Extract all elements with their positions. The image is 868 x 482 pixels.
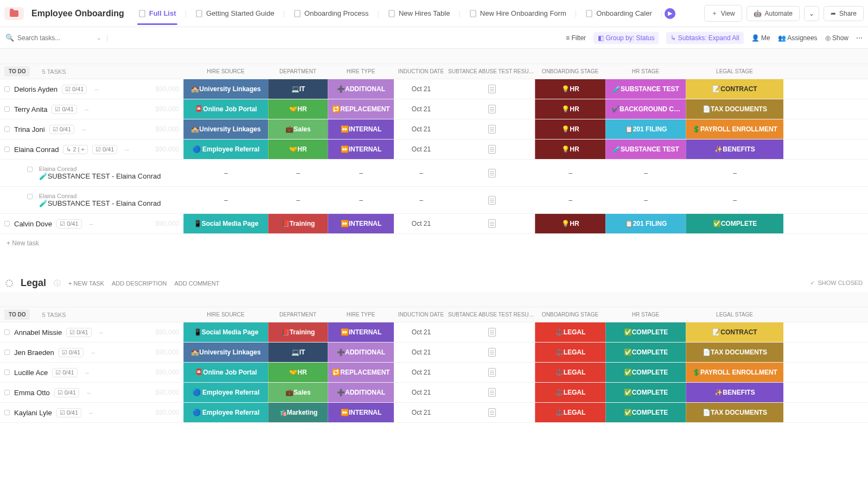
progress-chip[interactable]: ☑ 0/41 <box>92 145 117 154</box>
progress-chip[interactable]: ☑ 0/41 <box>49 125 74 134</box>
induction-date-cell[interactable]: Oct 21 <box>394 214 448 233</box>
onboarding-stage-cell[interactable]: 💡HR <box>535 214 605 233</box>
tab-onboarding-caler[interactable]: Onboarding Caler <box>579 2 659 25</box>
show-closed-link[interactable]: ✓ SHOW CLOSED <box>810 280 863 287</box>
induction-date-cell[interactable]: Oct 21 <box>394 79 448 99</box>
checkbox-icon[interactable] <box>27 167 33 172</box>
checkbox-icon[interactable] <box>4 126 10 132</box>
progress-chip[interactable]: ☑ 0/41 <box>62 85 87 94</box>
substance-test-cell[interactable] <box>448 383 535 402</box>
filter-button[interactable]: ≡ Filter <box>566 34 586 42</box>
hire-source-cell[interactable]: 🔵 Employee Referral <box>183 139 268 159</box>
checkbox-icon[interactable] <box>4 106 10 112</box>
folder-chip[interactable] <box>4 7 24 20</box>
onboarding-stage-cell[interactable]: ⚖️LEGAL <box>535 343 605 362</box>
legal-stage-cell[interactable]: 📄TAX DOCUMENTS <box>686 343 783 362</box>
assignee-placeholder[interactable]: – <box>82 369 92 377</box>
task-row[interactable]: Annabel Missie ☑ 0/41 – $90,000 📱Social … <box>0 322 868 343</box>
tab-new-hires-table[interactable]: New Hires Table <box>381 2 456 25</box>
tab-onboarding-process[interactable]: Onboarding Process <box>287 2 375 25</box>
hr-stage-cell[interactable]: 📋201 FILING <box>605 214 686 233</box>
checkbox-icon[interactable] <box>4 86 10 92</box>
substance-test-cell[interactable] <box>448 403 535 422</box>
department-cell[interactable]: 💼Sales <box>268 383 328 402</box>
add-view-button[interactable]: ＋View <box>704 5 742 22</box>
checkbox-icon[interactable] <box>4 390 10 395</box>
progress-chip[interactable]: ☑ 0/41 <box>66 328 91 337</box>
me-button[interactable]: 👤 Me <box>751 34 770 42</box>
department-cell[interactable]: 🤝HR <box>268 139 328 159</box>
subtasks-chip[interactable]: ↳ Subtasks: Expand All <box>666 32 743 44</box>
checkbox-icon[interactable] <box>4 221 10 226</box>
task-row[interactable]: Lucille Ace ☑ 0/41 – $90,000 📮Online Job… <box>0 363 868 383</box>
share-button[interactable]: ➦Share <box>824 6 864 21</box>
induction-date-cell[interactable]: Oct 21 <box>394 99 448 119</box>
checkbox-icon[interactable] <box>4 370 10 375</box>
hire-source-cell[interactable]: 🔵 Employee Referral <box>183 383 268 402</box>
induction-date-cell[interactable]: Oct 21 <box>394 383 448 402</box>
hire-source-cell[interactable]: 📮Online Job Portal <box>183 363 268 382</box>
task-name[interactable]: Trina Joni <box>14 125 45 134</box>
hr-stage-cell[interactable]: 📋201 FILING <box>605 119 686 139</box>
department-cell[interactable]: 🤝HR <box>268 363 328 382</box>
induction-date-cell[interactable]: Oct 21 <box>394 139 448 159</box>
task-row[interactable]: Deloris Ayden ☑ 0/41 – $90,000 🏫Universi… <box>0 79 868 99</box>
task-name[interactable]: Calvin Dove <box>14 220 52 228</box>
hire-source-cell[interactable]: 🔵 Employee Referral <box>183 403 268 422</box>
add-comment-link[interactable]: ADD COMMENT <box>174 280 219 287</box>
assignee-placeholder[interactable]: – <box>84 389 94 397</box>
subtask-row[interactable]: Elaina Conrad 🧪SUBSTANCE TEST - Elaina C… <box>0 160 868 187</box>
induction-date-cell[interactable]: Oct 21 <box>394 119 448 139</box>
legal-stage-cell[interactable]: 📝CONTRACT <box>686 322 783 342</box>
substance-test-cell[interactable] <box>448 322 535 342</box>
task-name[interactable]: Deloris Ayden <box>14 85 58 93</box>
task-name[interactable]: Kaylani Lyle <box>14 409 52 417</box>
task-row[interactable]: Trina Joni ☑ 0/41 – $90,000 🏫University … <box>0 119 868 139</box>
show-button[interactable]: ◎ Show <box>825 34 848 42</box>
subtask-row[interactable]: Elaina Conrad 🧪SUBSTANCE TEST - Elaina C… <box>0 187 868 214</box>
hr-stage-cell[interactable]: ✅COMPLETE <box>605 383 686 402</box>
task-name[interactable]: Lucille Ace <box>14 369 48 377</box>
checkbox-icon[interactable] <box>4 147 10 152</box>
tab-getting-started-guide[interactable]: Getting Started Guide <box>189 2 281 25</box>
onboarding-stage-cell[interactable]: ⚖️LEGAL <box>535 383 605 402</box>
hire-source-cell[interactable]: 🏫University Linkages <box>183 119 268 139</box>
checkbox-icon[interactable] <box>4 329 10 335</box>
substance-test-cell[interactable] <box>448 99 535 119</box>
assignee-placeholder[interactable]: – <box>79 125 89 134</box>
department-cell[interactable]: 💻IT <box>268 79 328 99</box>
onboarding-stage-cell[interactable]: ⚖️LEGAL <box>535 403 605 422</box>
department-cell[interactable]: 📕Training <box>268 322 328 342</box>
search-box[interactable]: 🔍 ⌄ <box>5 34 101 42</box>
task-row[interactable]: Emma Otto ☑ 0/41 – $90,000 🔵 Employee Re… <box>0 383 868 403</box>
hr-stage-cell[interactable]: 🧪SUBSTANCE TEST <box>605 79 686 99</box>
legal-stage-cell[interactable]: ✨BENEFITS <box>686 139 783 159</box>
hire-type-cell[interactable]: ⏩INTERNAL <box>328 322 394 342</box>
legal-stage-cell[interactable]: 💲PAYROLL ENROLLMENT <box>686 363 783 382</box>
hire-source-cell[interactable]: 🏫University Linkages <box>183 343 268 362</box>
automate-button[interactable]: 🤖Automate <box>746 6 800 21</box>
onboarding-stage-cell[interactable]: 💡HR <box>535 99 605 119</box>
hire-source-cell[interactable]: 📱Social Media Page <box>183 214 268 233</box>
chevron-down-icon[interactable]: ⌄ <box>97 35 101 41</box>
hire-source-cell[interactable]: 📮Online Job Portal <box>183 99 268 119</box>
hire-type-cell[interactable]: 🔁REPLACEMENT <box>328 99 394 119</box>
subtask-title[interactable]: 🧪SUBSTANCE TEST - Elaina Conrad <box>39 172 161 180</box>
progress-chip[interactable]: ☑ 0/41 <box>52 368 77 377</box>
progress-chip[interactable]: ☑ 0/41 <box>56 219 81 229</box>
automate-dropdown[interactable]: ⌄ <box>804 6 819 21</box>
checkbox-icon[interactable] <box>27 194 33 199</box>
checkbox-icon[interactable] <box>4 350 10 355</box>
hr-stage-cell[interactable]: ✅COMPLETE <box>605 363 686 382</box>
task-name[interactable]: Elaina Conrad <box>14 145 59 154</box>
legal-stage-cell[interactable]: 📄TAX DOCUMENTS <box>686 403 783 422</box>
onboarding-stage-cell[interactable]: ⚖️LEGAL <box>535 363 605 382</box>
assignee-placeholder[interactable]: – <box>96 328 106 337</box>
progress-chip[interactable]: ☑ 0/41 <box>59 348 84 357</box>
status-chip[interactable]: TO DO <box>4 66 30 77</box>
hr-stage-cell[interactable]: ✔️BACKGROUND C… <box>605 99 686 119</box>
task-row[interactable]: Calvin Dove ☑ 0/41 – $90,000 📱Social Med… <box>0 214 868 234</box>
progress-chip[interactable]: ☑ 0/41 <box>54 388 79 397</box>
task-row[interactable]: Kaylani Lyle ☑ 0/41 – $90,000 🔵 Employee… <box>0 403 868 423</box>
status-circle-icon[interactable] <box>5 280 13 287</box>
